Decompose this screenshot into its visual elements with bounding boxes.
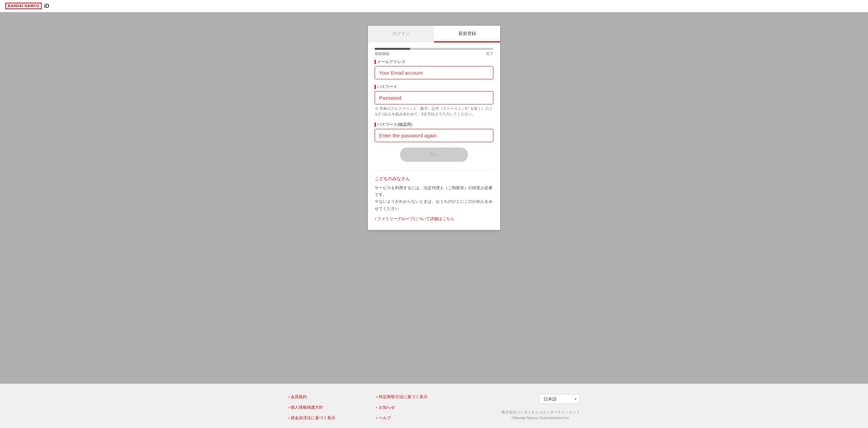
registration-card: ログイン 新規登録 登録開始 完了 メールアドレス パ [368, 26, 500, 230]
copyright-line1: 株式会社バンダイナムコエンターテインメント [501, 409, 580, 415]
tabs: ログイン 新規登録 [368, 26, 500, 42]
children-text: サービスを利用するには、法定代理人（ご両親等）の同意が必要です。 ※ないようがわ… [375, 184, 493, 212]
password-confirm-input[interactable] [375, 129, 493, 142]
email-label: メールアドレス [375, 59, 493, 65]
language-select[interactable]: 日本語 [539, 394, 580, 404]
main-content: ログイン 新規登録 登録開始 完了 メールアドレス パ [0, 12, 868, 384]
progress-start-label: 登録開始 [375, 51, 390, 56]
footer-link-privacy[interactable]: 個人情報保護方針 [288, 405, 335, 410]
footer-link-commerce[interactable]: 特定商取引法に基づく表示 [376, 394, 427, 400]
language-selector-wrapper: 日本語 ▾ [539, 394, 580, 404]
tab-register[interactable]: 新規登録 [434, 26, 500, 42]
email-input[interactable] [375, 66, 493, 79]
password-confirm-field-group: パスワード(確認用) [375, 122, 493, 142]
logo-container: BANDAI NAMCO iD [5, 3, 49, 9]
footer-copyright: 株式会社バンダイナムコエンターテインメント ©Bandai Namco Ente… [501, 409, 580, 421]
family-group-link[interactable]: ファミリーグループについて詳細はこちら [375, 216, 454, 221]
progress-end-label: 完了 [486, 51, 493, 56]
progress-container: 登録開始 完了 [375, 48, 493, 56]
footer-link-news[interactable]: お知らせ [376, 405, 427, 410]
password-input[interactable] [375, 91, 493, 104]
password-label: パスワード [375, 84, 493, 90]
card-body: 登録開始 完了 メールアドレス パスワード ※ 半角のアルファベット、数字、記号… [368, 42, 500, 230]
progress-labels: 登録開始 完了 [375, 51, 493, 56]
bandai-namco-logo: BANDAI NAMCO [5, 3, 42, 9]
progress-bar-fill [375, 48, 410, 50]
footer: 会員規約 個人情報保護方針 資金決済法に基づく表示 特定商取引法に基づく表示 お… [0, 384, 868, 428]
children-title: こどものみなさん [375, 176, 493, 182]
footer-link-funds[interactable]: 資金決済法に基づく表示 [288, 415, 335, 421]
footer-bottom: 会員規約 個人情報保護方針 資金決済法に基づく表示 特定商取引法に基づく表示 お… [281, 394, 587, 421]
email-field-group: メールアドレス [375, 59, 493, 79]
footer-link-help[interactable]: ヘルプ [376, 415, 427, 421]
children-text-line1: サービスを利用するには、法定代理人（ご両親等）の同意が必要です。 [375, 186, 493, 197]
progress-bar-background [375, 48, 493, 50]
footer-link-membership[interactable]: 会員規約 [288, 394, 335, 400]
tab-login[interactable]: ログイン [368, 26, 434, 42]
next-button[interactable]: 次へ [400, 148, 468, 162]
header: BANDAI NAMCO iD [0, 0, 868, 12]
footer-col-1: 会員規約 個人情報保護方針 資金決済法に基づく表示 [288, 394, 335, 421]
children-text-line2: ※ないようがわからないときは、おうちのひとにこのがめんをみせてください [375, 199, 493, 211]
id-logo: iD [44, 3, 49, 9]
footer-col-2: 特定商取引法に基づく表示 お知らせ ヘルプ [376, 394, 427, 421]
next-button-container: 次へ [375, 148, 493, 162]
password-hint: ※ 半角のアルファベット、数字、記号（スペースと／¥ " を除く）のうち2つ以上… [375, 106, 493, 117]
copyright-line2: ©Bandai Namco Entertainment Inc. [501, 415, 580, 421]
password-field-group: パスワード ※ 半角のアルファベット、数字、記号（スペースと／¥ " を除く）の… [375, 84, 493, 117]
password-confirm-label: パスワード(確認用) [375, 122, 493, 128]
children-notice: こどものみなさん サービスを利用するには、法定代理人（ご両親等）の同意が必要です… [375, 170, 493, 222]
